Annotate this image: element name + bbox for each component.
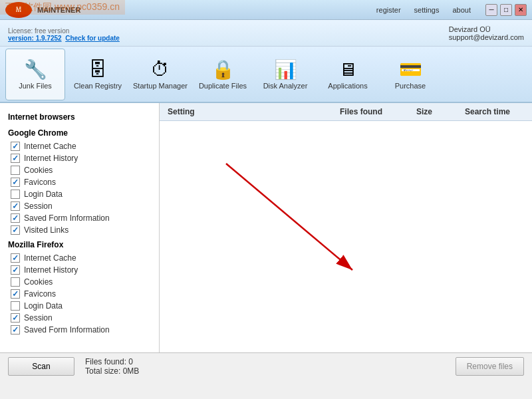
app-title: MAINTENER — [37, 6, 80, 14]
firefox-favicons-label: Favicons — [24, 289, 56, 299]
toolbar: 🔧 Junk Files 🗄 Clean Registry ⏱ Startup … — [0, 47, 532, 103]
toolbar-purchase[interactable]: 💳 Purchase — [380, 49, 440, 100]
checkbox-firefox-session[interactable]: ✓ — [11, 313, 20, 323]
firefox-login-data-label: Login Data — [24, 301, 63, 311]
clean-registry-icon: 🗄 — [88, 61, 107, 79]
checkbox-firefox-login-data[interactable] — [11, 301, 20, 311]
firefox-saved-form[interactable]: ✓ Saved Form Information — [0, 324, 159, 336]
chrome-saved-form-label: Saved Form Information — [24, 213, 110, 223]
chrome-login-data-label: Login Data — [24, 190, 63, 199]
checkbox-chrome-session[interactable]: ✓ — [11, 201, 20, 211]
chrome-saved-form[interactable]: ✓ Saved Form Information — [0, 212, 159, 224]
junk-files-label: Junk Files — [19, 82, 52, 90]
checkbox-chrome-saved-form[interactable]: ✓ — [11, 213, 20, 223]
chrome-session-label: Session — [24, 201, 53, 211]
close-button[interactable]: ✕ — [515, 4, 527, 16]
firefox-internet-history[interactable]: ✓ Internet History — [0, 264, 159, 276]
title-bar-right: register settings about ─ □ ✕ — [372, 4, 527, 16]
checkbox-chrome-favicons[interactable]: ✓ — [11, 178, 20, 187]
toolbar-clean-registry[interactable]: 🗄 Clean Registry — [68, 49, 128, 100]
toolbar-disk-analyzer[interactable]: 📊 Disk Analyzer — [255, 49, 315, 100]
info-bar-right: Devizard OÜ support@devizard.com — [449, 25, 524, 41]
about-button[interactable]: about — [448, 5, 475, 15]
internet-browsers-header: Internet browsers — [0, 108, 159, 124]
toolbar-startup-manager[interactable]: ⏱ Startup Manager — [130, 49, 190, 100]
register-button[interactable]: register — [372, 5, 405, 15]
checkbox-firefox-internet-cache[interactable]: ✓ — [11, 253, 20, 263]
chrome-cookies-label: Cookies — [24, 166, 53, 175]
firefox-internet-cache[interactable]: ✓ Internet Cache — [0, 252, 159, 264]
settings-button[interactable]: settings — [410, 5, 444, 15]
chrome-internet-cache[interactable]: ✓ Internet Cache — [0, 140, 159, 152]
chrome-favicons-label: Favicons — [24, 178, 56, 187]
chrome-visited-links[interactable]: ✓ Visited Links — [0, 224, 159, 236]
firefox-cookies[interactable]: Cookies — [0, 276, 159, 288]
chrome-cookies[interactable]: Cookies — [0, 164, 159, 176]
window-controls: ─ □ ✕ — [485, 4, 527, 16]
chrome-visited-links-label: Visited Links — [24, 225, 68, 235]
firefox-internet-history-label: Internet History — [24, 265, 78, 275]
chrome-internet-history[interactable]: ✓ Internet History — [0, 152, 159, 164]
status-text: Files found: 0 Total size: 0MB — [85, 357, 445, 376]
version-text: version: 1.9.7252 Check for update — [8, 35, 120, 42]
checkbox-chrome-internet-cache[interactable]: ✓ — [11, 142, 20, 151]
mozilla-firefox-header: Mozilla Firefox — [0, 236, 159, 252]
check-update-link[interactable]: Check for update — [65, 35, 120, 42]
clean-registry-label: Clean Registry — [74, 82, 122, 90]
startup-label: Startup Manager — [133, 82, 188, 90]
scan-button[interactable]: Scan — [8, 357, 74, 376]
chrome-favicons[interactable]: ✓ Favicons — [0, 176, 159, 188]
applications-label: Applications — [328, 82, 367, 90]
purchase-label: Purchase — [395, 82, 426, 90]
files-found-text: Files found: 0 — [85, 357, 445, 366]
toolbar-junk-files[interactable]: 🔧 Junk Files — [5, 49, 65, 100]
checkbox-firefox-internet-history[interactable]: ✓ — [11, 265, 20, 275]
company-name: Devizard OÜ — [449, 25, 524, 33]
firefox-cookies-label: Cookies — [24, 277, 53, 287]
checkbox-firefox-favicons[interactable]: ✓ — [11, 289, 20, 299]
svg-line-1 — [226, 164, 352, 270]
support-email: support@devizard.com — [449, 33, 524, 41]
main-area: Internet browsers Google Chrome ✓ Intern… — [0, 103, 532, 352]
app-logo: M — [5, 2, 32, 18]
firefox-favicons[interactable]: ✓ Favicons — [0, 288, 159, 300]
annotation-arrow — [160, 121, 532, 352]
chrome-session[interactable]: ✓ Session — [0, 200, 159, 212]
firefox-saved-form-label: Saved Form Information — [24, 325, 110, 334]
total-size-text: Total size: 0MB — [85, 366, 445, 376]
col-size-header: Size — [398, 107, 451, 116]
info-bar: 百度软件园 www.pc0359.cn License: free versio… — [0, 20, 532, 47]
col-time-header: Search time — [451, 107, 524, 116]
junk-files-icon: 🔧 — [24, 61, 47, 79]
checkbox-chrome-login-data[interactable] — [11, 190, 20, 199]
checkbox-firefox-cookies[interactable] — [11, 277, 20, 287]
checkbox-chrome-internet-history[interactable]: ✓ — [11, 154, 20, 163]
disk-analyzer-icon: 📊 — [274, 61, 297, 79]
remove-files-button[interactable]: Remove files — [456, 357, 524, 376]
chrome-internet-history-label: Internet History — [24, 154, 78, 163]
checkbox-chrome-visited-links[interactable]: ✓ — [11, 225, 20, 235]
bottom-bar: Scan Files found: 0 Total size: 0MB Remo… — [0, 352, 532, 379]
duplicate-icon: 🔒 — [211, 61, 235, 79]
minimize-button[interactable]: ─ — [485, 4, 497, 16]
left-panel: Internet browsers Google Chrome ✓ Intern… — [0, 103, 160, 352]
title-bar: M MAINTENER register settings about ─ □ … — [0, 0, 532, 20]
applications-icon: 🖥 — [338, 61, 357, 79]
google-chrome-header: Google Chrome — [0, 124, 159, 140]
checkbox-firefox-saved-form[interactable]: ✓ — [11, 325, 20, 334]
firefox-login-data[interactable]: Login Data — [0, 300, 159, 312]
checkbox-chrome-cookies[interactable] — [11, 166, 20, 175]
chrome-login-data[interactable]: Login Data — [0, 188, 159, 200]
license-text: License: free version — [8, 27, 120, 35]
col-setting-header: Setting — [168, 107, 325, 116]
disk-analyzer-label: Disk Analyzer — [263, 82, 308, 90]
chrome-internet-cache-label: Internet Cache — [24, 142, 76, 151]
toolbar-duplicate-files[interactable]: 🔒 Duplicate Files — [193, 49, 253, 100]
firefox-session[interactable]: ✓ Session — [0, 312, 159, 324]
toolbar-applications[interactable]: 🖥 Applications — [318, 49, 378, 100]
info-bar-left: 百度软件园 www.pc0359.cn License: free versio… — [8, 25, 120, 42]
right-panel: Setting Files found Size Search time — [160, 103, 532, 352]
firefox-internet-cache-label: Internet Cache — [24, 253, 76, 263]
results-body — [160, 121, 532, 352]
maximize-button[interactable]: □ — [500, 4, 512, 16]
